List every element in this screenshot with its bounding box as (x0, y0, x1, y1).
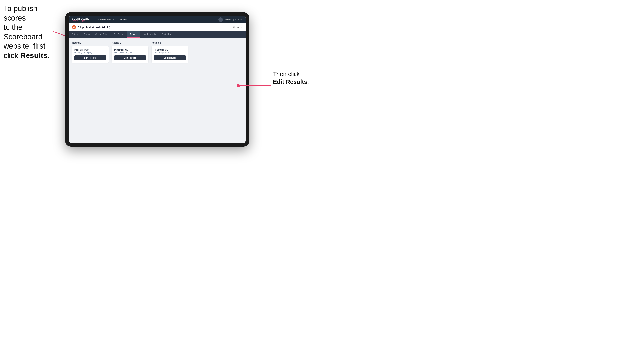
logo-area: SCOREBOARD Powered by clippd (72, 18, 90, 21)
nav-teams[interactable]: TEAMS (117, 16, 130, 23)
round-3-card: Peachtree GC Gold (M) (7010 yds) Edit Re… (152, 46, 188, 63)
round-2-column: Round 2 Peachtree GC Gold (M) (7010 yds)… (112, 41, 148, 63)
tab-leaderboards[interactable]: Leaderboards (140, 31, 159, 37)
logo-sub: Powered by clippd (72, 20, 90, 21)
instruction-right: Then click Edit Results. (273, 70, 318, 86)
round-1-course: Peachtree GC (74, 49, 106, 51)
round-3-details: Gold (M) (7010 yds) (154, 51, 186, 53)
tournament-title-area: C Clippd Invitational (Admin) (72, 25, 110, 29)
tab-details[interactable]: Details (69, 31, 81, 37)
tournament-header: C Clippd Invitational (Admin) Cancel ✕ (69, 23, 246, 31)
tab-results[interactable]: Results (127, 31, 140, 37)
nav-tournaments[interactable]: TOURNAMENTS (94, 16, 117, 23)
edit-results-button-1[interactable]: Edit Results (74, 55, 106, 60)
nav-right: U Test User | Sign out (218, 17, 242, 22)
nav-links: TOURNAMENTS TEAMS (94, 16, 218, 23)
user-avatar: U (218, 17, 223, 22)
round-1-column: Round 1 Peachtree GC Gold (M) (7010 yds)… (72, 41, 108, 63)
tab-bar: Details Teams Course Setup Tee Groups Re… (69, 31, 246, 37)
round-1-title: Round 1 (72, 41, 108, 44)
round-3-course: Peachtree GC (154, 49, 186, 51)
app-navbar: SCOREBOARD Powered by clippd TOURNAMENTS… (69, 16, 246, 23)
edit-results-button-2[interactable]: Edit Results (114, 55, 146, 60)
tab-course-setup[interactable]: Course Setup (92, 31, 111, 37)
tablet-screen: SCOREBOARD Powered by clippd TOURNAMENTS… (69, 16, 246, 143)
round-1-card: Peachtree GC Gold (M) (7010 yds) Edit Re… (72, 46, 108, 63)
instruction-left: To publish scores to the Scoreboard webs… (4, 4, 61, 60)
tab-teams[interactable]: Teams (81, 31, 92, 37)
round-3-column: Round 3 Peachtree GC Gold (M) (7010 yds)… (152, 41, 188, 63)
user-label: Test User | (224, 18, 234, 21)
edit-results-button-3[interactable]: Edit Results (154, 55, 186, 60)
cancel-button[interactable]: Cancel ✕ (233, 26, 242, 29)
round-2-card: Peachtree GC Gold (M) (7010 yds) Edit Re… (112, 46, 148, 63)
content-area: Round 1 Peachtree GC Gold (M) (7010 yds)… (69, 37, 246, 143)
tab-printables[interactable]: Printables (159, 31, 174, 37)
tournament-name: Clippd Invitational (Admin) (78, 26, 110, 29)
round-2-title: Round 2 (112, 41, 148, 44)
rounds-grid: Round 1 Peachtree GC Gold (M) (7010 yds)… (72, 41, 242, 63)
round-2-details: Gold (M) (7010 yds) (114, 51, 146, 53)
logo-text: SCOREBOARD (72, 18, 90, 20)
round-3-title: Round 3 (152, 41, 188, 44)
tab-tee-groups[interactable]: Tee Groups (111, 31, 127, 37)
tablet-device: SCOREBOARD Powered by clippd TOURNAMENTS… (65, 12, 249, 147)
round-2-course: Peachtree GC (114, 49, 146, 51)
round-1-details: Gold (M) (7010 yds) (74, 51, 106, 53)
tournament-icon: C (72, 25, 76, 29)
signout-link[interactable]: Sign out (235, 18, 242, 21)
